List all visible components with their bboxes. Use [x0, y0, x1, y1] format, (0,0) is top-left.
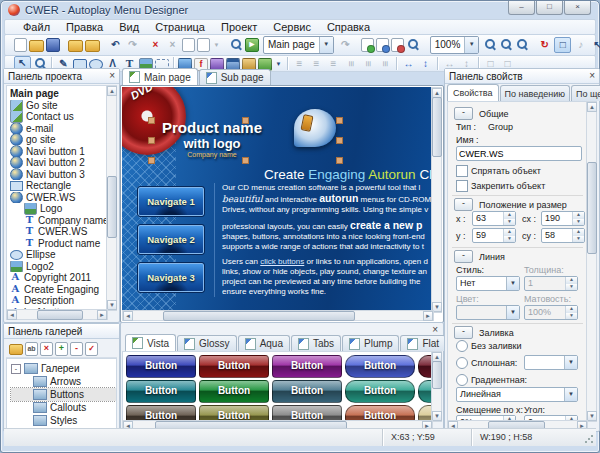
close-icon[interactable]: ×	[589, 70, 595, 82]
tree-item[interactable]: Ellipse	[10, 249, 107, 261]
align-bottom-icon[interactable]: ≡	[378, 56, 392, 71]
tree-item[interactable]: ACreate Engaging	[10, 284, 107, 296]
rename-gallery-icon[interactable]: ab	[25, 342, 38, 356]
tree-item-label[interactable]: Main page	[10, 88, 59, 99]
selection-handle[interactable]	[336, 117, 343, 124]
delete-gallery-icon[interactable]: ×	[40, 342, 53, 356]
tree-item-label[interactable]: Create Engaging	[24, 284, 99, 295]
navigate-3-button[interactable]: Navigate 3	[138, 263, 204, 292]
tab-glossy[interactable]: Glossy	[177, 335, 237, 351]
tree-item-label[interactable]: Navi button 1	[26, 146, 85, 157]
chevron-down-icon[interactable]: ▼	[319, 37, 333, 53]
scroll-left-icon[interactable]: ◄	[123, 311, 133, 321]
y-spinner[interactable]: 59▲▼	[472, 228, 516, 243]
description-text[interactable]: Our CD menus creation software is a powe…	[214, 183, 432, 297]
tree-item[interactable]: TCWER.WS	[10, 226, 107, 238]
scroll-left-icon[interactable]: ◄	[7, 310, 17, 320]
tree-item[interactable]: Main page	[10, 88, 107, 100]
project-tree-vscrollbar[interactable]: ▲ ▼	[106, 85, 117, 311]
scroll-thumb[interactable]	[107, 176, 117, 238]
menu-file[interactable]: Файл	[15, 21, 58, 33]
cy-spinner[interactable]: 58▲▼	[541, 228, 585, 243]
align-top-icon[interactable]: ≡	[344, 56, 358, 71]
fill-solid-radio[interactable]	[456, 357, 468, 369]
maximize-button[interactable]: □	[536, 1, 563, 15]
gallery-button-sample[interactable]: Button	[126, 380, 196, 403]
name-input[interactable]	[456, 146, 582, 161]
hide-object-checkbox[interactable]	[456, 165, 468, 177]
project-tree-hscrollbar[interactable]: ◄ ►	[6, 309, 108, 320]
align-left-icon[interactable]: ≡	[292, 57, 307, 71]
canvas-hscrollbar[interactable]: ◄ ►	[122, 310, 434, 321]
chevron-down-icon[interactable]: ▼	[506, 277, 519, 290]
fill-gradient-radio[interactable]	[456, 374, 468, 386]
tree-item-label[interactable]: Arrows	[50, 376, 81, 387]
chevron-down-icon[interactable]: ▼	[464, 37, 478, 53]
scroll-thumb[interactable]	[432, 361, 442, 389]
undo-icon[interactable]: ↶	[108, 38, 123, 52]
product-title-object[interactable]: Product name with logo Company name	[162, 119, 262, 158]
zoom-in-icon[interactable]	[483, 38, 497, 52]
gallery-button-sample[interactable]: Button	[272, 355, 342, 378]
tree-item-label[interactable]: Ellipse	[26, 249, 55, 260]
copy-icon[interactable]	[182, 38, 195, 52]
collapse-section-button[interactable]: -	[454, 250, 473, 263]
design-canvas[interactable]: DVD Product name with logo Company name …	[122, 87, 432, 311]
paste-dropdown-icon[interactable]: ▼	[212, 38, 221, 52]
line-style-combobox[interactable]: Нет▼	[456, 276, 520, 291]
gallery-vscrollbar[interactable]: ▲ ▼	[431, 351, 442, 422]
tree-item[interactable]: go site	[10, 134, 107, 146]
close-icon[interactable]: ×	[109, 70, 115, 82]
tree-item-label[interactable]: Logo	[40, 203, 62, 214]
tree-item[interactable]: Navi button 2	[10, 157, 107, 169]
tab-aqua[interactable]: Aqua	[238, 335, 290, 351]
tree-item[interactable]: Arrows	[11, 375, 116, 388]
scroll-up-icon[interactable]: ▲	[107, 86, 117, 96]
tree-item-label[interactable]: Logo2	[26, 261, 54, 272]
tree-item-label[interactable]: Contact us	[26, 111, 74, 122]
tree-item-label[interactable]: Navi button 2	[26, 157, 85, 168]
tab-tabs[interactable]: Tabs	[291, 335, 341, 351]
goto-page-icon[interactable]: ↷	[338, 38, 353, 52]
tree-item-label[interactable]: Rectangle	[26, 180, 71, 191]
tab-main-page[interactable]: Main page	[122, 68, 198, 85]
tab-flat[interactable]: Flat	[400, 335, 446, 351]
canvas-vscrollbar[interactable]: ▲ ▼	[431, 87, 442, 313]
selection-handle[interactable]	[148, 157, 155, 164]
preview-icon[interactable]	[229, 38, 243, 52]
space-vertical-icon[interactable]: ↕	[418, 57, 433, 71]
chevron-down-icon[interactable]: ▼	[564, 388, 577, 401]
space-horizontal-icon[interactable]: ↔	[401, 57, 416, 71]
cut-icon[interactable]: ×	[165, 38, 180, 52]
click-buttons-link[interactable]: click buttons	[260, 257, 304, 266]
minimize-button[interactable]: –	[508, 1, 535, 15]
selection-handle[interactable]	[148, 117, 155, 124]
import-icon[interactable]	[68, 40, 83, 52]
tree-item[interactable]: Logo	[10, 203, 107, 215]
new-gallery-icon[interactable]	[9, 344, 23, 355]
tree-item-label[interactable]: Go site	[26, 100, 58, 111]
tree-item[interactable]: Navi button 1	[10, 146, 107, 158]
tree-item-label[interactable]: Callouts	[50, 402, 86, 413]
gallery-button-sample[interactable]: Button	[199, 380, 269, 403]
navigate-1-button[interactable]: Navigate 1	[138, 187, 204, 216]
tree-item-label[interactable]: CWER.WS	[38, 226, 87, 237]
chevron-down-icon[interactable]: ▼	[506, 306, 519, 319]
scroll-right-icon[interactable]: ►	[97, 310, 107, 320]
delete-page-icon[interactable]	[391, 38, 404, 52]
cursor-mode-icon[interactable]: ↖	[590, 38, 600, 52]
menu-help[interactable]: Справка	[319, 21, 378, 33]
close-button[interactable]: ×	[564, 1, 591, 15]
gradient-type-combobox[interactable]: Линейная▼	[456, 387, 578, 402]
add-item-icon[interactable]: +	[55, 342, 68, 356]
zoom-out-icon[interactable]	[499, 38, 513, 52]
tree-item[interactable]: ACopyright 2011	[10, 272, 107, 284]
tree-item[interactable]: TCompany name	[10, 215, 107, 227]
gallery-button-sample[interactable]: Button	[345, 355, 415, 378]
selection-handle[interactable]	[242, 157, 249, 164]
tree-item-label[interactable]: Description	[24, 295, 74, 306]
tree-item-label[interactable]: CWER.WS	[26, 192, 75, 203]
tree-item-label[interactable]: go site	[26, 134, 55, 145]
tree-item[interactable]: Contact us	[10, 111, 107, 123]
scroll-down-icon[interactable]: ▼	[587, 411, 597, 421]
